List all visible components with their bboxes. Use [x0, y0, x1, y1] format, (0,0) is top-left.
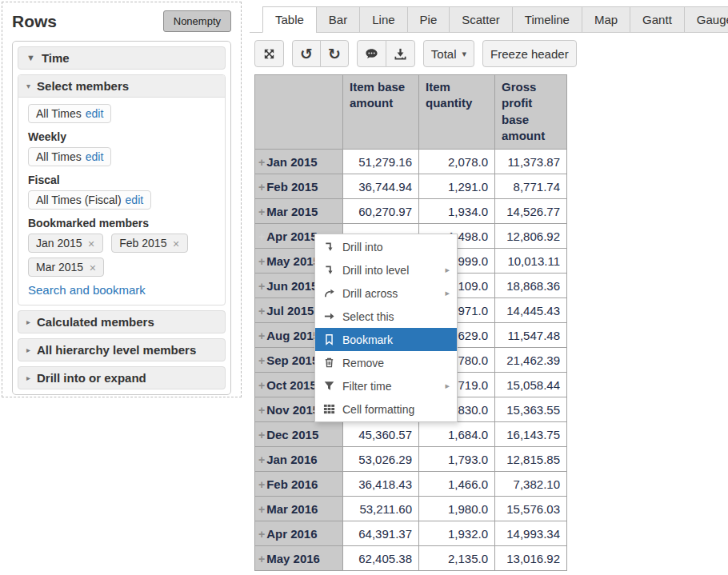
row-header[interactable]: +Dec 2015	[255, 422, 343, 447]
cell[interactable]: 2,078.0	[419, 150, 495, 174]
expand-plus-icon[interactable]: +	[258, 305, 265, 317]
cell[interactable]: 62,405.38	[343, 546, 419, 571]
tab-pie[interactable]: Pie	[407, 6, 450, 33]
menu-item-filter-time[interactable]: Filter time ▸	[315, 374, 457, 397]
tab-gauge[interactable]: Gauge	[684, 6, 728, 33]
cell[interactable]: 53,026.29	[343, 447, 419, 472]
menu-item-remove[interactable]: Remove	[315, 351, 457, 374]
cell[interactable]: 11,373.87	[495, 150, 567, 174]
menu-item-drill-into[interactable]: Drill into	[315, 235, 457, 258]
row-header[interactable]: +Jan 2015	[255, 150, 343, 174]
member-chip-fiscal-all-times[interactable]: All Times (Fiscal)edit	[28, 190, 151, 210]
row-header[interactable]: +Feb 2016	[255, 472, 343, 497]
close-icon[interactable]: ✕	[172, 239, 179, 249]
section-drill-into-or-expand[interactable]: ▸ Drill into or expand	[18, 366, 226, 389]
cell[interactable]: 15,576.03	[495, 497, 567, 521]
row-header[interactable]: +Jan 2016	[255, 447, 343, 472]
bookmark-chip[interactable]: Mar 2015✕	[28, 258, 104, 277]
cell[interactable]: 14,526.77	[495, 199, 567, 224]
row-header[interactable]: +Mar 2016	[255, 497, 343, 521]
section-time[interactable]: ▼ Time	[18, 46, 226, 70]
tab-map[interactable]: Map	[582, 6, 630, 33]
cell[interactable]: 36,418.43	[343, 472, 419, 497]
cell[interactable]: 16,143.75	[495, 422, 567, 447]
select-members-header[interactable]: ▾ Select members	[18, 75, 225, 98]
menu-item-drill-across[interactable]: Drill across ▸	[315, 282, 457, 305]
cell[interactable]: 1,932.0	[419, 521, 495, 546]
expand-plus-icon[interactable]: +	[258, 206, 265, 218]
expand-plus-icon[interactable]: +	[258, 379, 265, 392]
expand-plus-icon[interactable]: +	[258, 354, 265, 367]
search-and-bookmark-link[interactable]: Search and bookmark	[28, 283, 146, 297]
section-all-hierarchy-level-members[interactable]: ▸ All hierarchy level members	[18, 338, 226, 361]
expand-plus-icon[interactable]: +	[258, 230, 265, 243]
member-chip-weekly-all-times[interactable]: All Timesedit	[28, 147, 111, 166]
row-header[interactable]: +Mar 2015	[255, 199, 343, 224]
cell[interactable]: 51,279.16	[343, 150, 419, 174]
tab-timeline[interactable]: Timeline	[512, 6, 582, 33]
column-header-item-quantity[interactable]: Item quantity	[419, 75, 495, 150]
cell[interactable]: 60,270.97	[343, 199, 419, 224]
expand-plus-icon[interactable]: +	[258, 528, 265, 541]
edit-link[interactable]: edit	[126, 194, 144, 206]
expand-plus-icon[interactable]: +	[258, 181, 265, 194]
close-icon[interactable]: ✕	[89, 263, 96, 273]
cell[interactable]: 15,363.55	[495, 397, 567, 422]
menu-item-cell-formatting[interactable]: Cell formatting	[315, 397, 457, 421]
redo-button[interactable]: ↻	[320, 40, 349, 67]
row-header[interactable]: +May 2016	[255, 546, 343, 571]
comment-button[interactable]	[357, 40, 386, 67]
tab-bar[interactable]: Bar	[316, 6, 360, 33]
cell[interactable]: 53,211.60	[343, 497, 419, 521]
expand-plus-icon[interactable]: +	[258, 404, 265, 417]
member-chip-all-times[interactable]: All Timesedit	[28, 104, 111, 123]
cell[interactable]: 8,771.74	[495, 174, 567, 199]
cell[interactable]: 64,391.37	[343, 521, 419, 546]
freeze-header-button[interactable]: Freeze header	[482, 40, 577, 67]
total-dropdown[interactable]: Total ▾	[423, 40, 474, 67]
expand-plus-icon[interactable]: +	[258, 478, 265, 491]
cell[interactable]: 10,013.11	[495, 249, 567, 274]
expand-plus-icon[interactable]: +	[258, 429, 265, 441]
bookmark-chip[interactable]: Feb 2015✕	[111, 234, 187, 253]
cell[interactable]: 21,462.39	[495, 348, 567, 373]
cell[interactable]: 1,684.0	[419, 422, 495, 447]
expand-button[interactable]	[254, 40, 284, 67]
tab-table[interactable]: Table	[262, 6, 317, 33]
close-icon[interactable]: ✕	[88, 239, 95, 249]
expand-plus-icon[interactable]: +	[258, 553, 265, 565]
cell[interactable]: 15,058.44	[495, 373, 567, 397]
cell[interactable]: 1,980.0	[419, 497, 495, 521]
cell[interactable]: 1,934.0	[419, 199, 495, 224]
cell[interactable]: 7,382.10	[495, 472, 567, 497]
nonempty-button[interactable]: Nonempty	[163, 10, 231, 32]
edit-link[interactable]: edit	[86, 107, 104, 120]
row-header[interactable]: +Feb 2015	[255, 174, 343, 199]
row-header[interactable]: +Apr 2016	[255, 521, 343, 546]
cell[interactable]: 14,445.43	[495, 298, 567, 323]
column-header-gross-profit[interactable]: Gross profit base amount	[495, 75, 567, 150]
tab-gantt[interactable]: Gantt	[630, 6, 685, 33]
cell[interactable]: 1,466.0	[419, 472, 495, 497]
expand-plus-icon[interactable]: +	[258, 503, 265, 516]
tab-scatter[interactable]: Scatter	[449, 6, 513, 33]
bookmark-chip[interactable]: Jan 2015✕	[28, 234, 103, 253]
expand-plus-icon[interactable]: +	[258, 453, 265, 466]
undo-button[interactable]: ↺	[292, 40, 321, 67]
column-header-item-base-amount[interactable]: Item base amount	[343, 75, 419, 150]
cell[interactable]: 1,291.0	[419, 174, 495, 199]
expand-plus-icon[interactable]: +	[258, 156, 265, 169]
cell[interactable]: 18,868.36	[495, 274, 567, 298]
cell[interactable]: 11,547.48	[495, 323, 567, 348]
menu-item-drill-into-level[interactable]: Drill into level ▸	[315, 258, 457, 282]
download-button[interactable]	[386, 40, 415, 67]
expand-plus-icon[interactable]: +	[258, 280, 265, 293]
cell[interactable]: 12,815.85	[495, 447, 567, 472]
cell[interactable]: 13,016.92	[495, 546, 567, 571]
cell[interactable]: 45,360.57	[343, 422, 419, 447]
menu-item-select-this[interactable]: Select this	[315, 305, 457, 328]
cell[interactable]: 36,744.94	[343, 174, 419, 199]
cell[interactable]: 1,793.0	[419, 447, 495, 472]
expand-plus-icon[interactable]: +	[258, 255, 265, 268]
expand-plus-icon[interactable]: +	[258, 329, 265, 342]
